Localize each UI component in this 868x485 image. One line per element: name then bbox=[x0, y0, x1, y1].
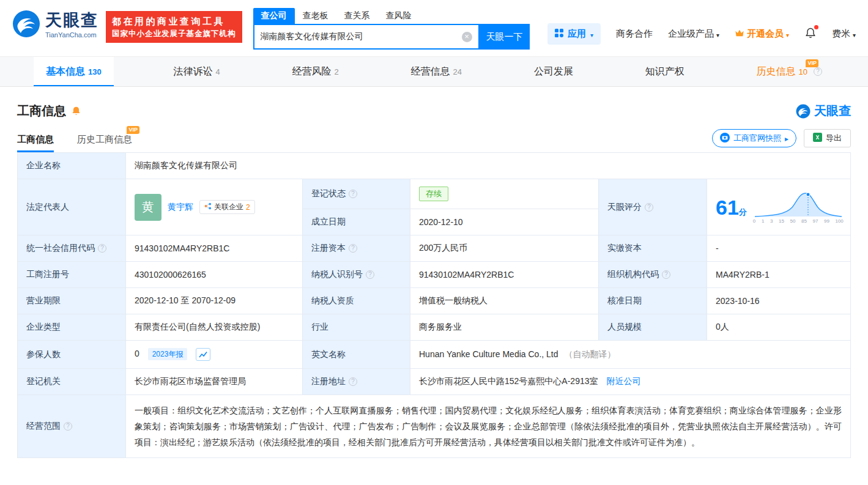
brand-name: 天眼查 bbox=[45, 12, 98, 30]
field-label: 英文名称 bbox=[303, 341, 410, 369]
business-info-table: 企业名称 湖南颜客文化传媒有限公司 法定代表人 黄 黄宇辉 bbox=[17, 152, 851, 458]
notification-dot bbox=[814, 25, 818, 29]
subtab-history-business-info[interactable]: VIP 历史工商信息 bbox=[77, 134, 132, 152]
search-tab-risk[interactable]: 查风险 bbox=[378, 8, 420, 24]
search-input[interactable] bbox=[261, 32, 462, 42]
field-label: 工商注册号 bbox=[18, 262, 126, 288]
search-tab-company[interactable]: 查公司 bbox=[253, 8, 295, 24]
field-value: 61分 0131550859799100 bbox=[707, 179, 851, 235]
section-title: 工商信息 bbox=[17, 103, 66, 119]
apps-grid-icon bbox=[555, 29, 563, 39]
field-label: 天眼评分 bbox=[599, 179, 707, 235]
help-icon[interactable] bbox=[645, 203, 653, 212]
field-value: 91430102MA4RY2RB1C bbox=[126, 235, 303, 262]
monitor-bell-icon[interactable] bbox=[71, 106, 81, 116]
help-icon[interactable] bbox=[349, 244, 357, 253]
promo-banner[interactable]: 都在用的商业查询工具 国家中小企业发展子基金旗下机构 bbox=[106, 11, 242, 43]
field-value: 200万人民币 bbox=[410, 235, 599, 262]
field-label: 企业名称 bbox=[18, 153, 126, 179]
tab-history-info[interactable]: VIP 历史信息 10 bbox=[744, 57, 834, 86]
row-business-scope: 经营范围 一般项目：组织文化艺术交流活动；文艺创作；个人互联网直播服务；销售代理… bbox=[18, 395, 851, 458]
help-icon[interactable] bbox=[64, 422, 72, 431]
field-label: 企业类型 bbox=[18, 314, 126, 341]
help-icon[interactable] bbox=[349, 377, 357, 386]
apps-label: 应用 bbox=[568, 28, 586, 40]
field-label: 核准日期 bbox=[599, 288, 707, 314]
legal-rep-link[interactable]: 黄宇辉 bbox=[168, 202, 193, 213]
related-network-icon bbox=[204, 202, 212, 212]
nearby-companies-link[interactable]: 附近公司 bbox=[606, 376, 640, 386]
help-icon[interactable] bbox=[98, 244, 106, 253]
tab-company-development[interactable]: 公司发展 bbox=[522, 57, 585, 86]
score-distribution-chart: 0131550859799100 bbox=[753, 191, 844, 224]
tab-basic-info[interactable]: 基本信息 130 bbox=[34, 57, 114, 86]
arrow-right-icon bbox=[785, 134, 788, 143]
search-box bbox=[253, 24, 480, 50]
snapshot-camera-icon bbox=[720, 133, 730, 144]
official-snapshot-button[interactable]: 工商官网快照 bbox=[712, 129, 796, 147]
row-credit-code: 统一社会信用代码 91430102MA4RY2RB1C 注册资本 200万人民币… bbox=[18, 235, 851, 262]
main-content: 工商信息 天眼查 工商信息 VIP 历史工商信息 工商官网快照 bbox=[0, 103, 868, 458]
help-icon[interactable] bbox=[662, 270, 670, 279]
promo-line2: 国家中小企业发展子基金旗下机构 bbox=[112, 28, 236, 39]
field-value: 91430102MA4RY2RB1C bbox=[410, 262, 599, 288]
field-value: 长沙市雨花区市场监督管理局 bbox=[126, 369, 303, 395]
tianyancha-logo[interactable]: 天眼查 TianYanCha.com bbox=[12, 10, 98, 40]
auto-translate-note: （自动翻译） bbox=[564, 349, 615, 359]
tab-operation-risk[interactable]: 经营风险 2 bbox=[280, 57, 351, 86]
user-menu[interactable]: 费米 bbox=[832, 28, 856, 40]
subtab-business-info[interactable]: 工商信息 bbox=[17, 134, 54, 152]
menu-open-vip[interactable]: 开通会员 bbox=[735, 28, 789, 40]
field-label: 营业期限 bbox=[18, 288, 126, 314]
field-label: 组织机构代码 bbox=[599, 262, 707, 288]
vip-badge: VIP bbox=[127, 126, 139, 134]
search-tabs: 查公司 查老板 查关系 查风险 bbox=[253, 7, 530, 24]
excel-icon bbox=[813, 133, 822, 144]
field-value: 商务服务业 bbox=[410, 314, 599, 341]
tab-legal-proceedings[interactable]: 法律诉讼 4 bbox=[161, 57, 232, 86]
promo-line1: 都在用的商业查询工具 bbox=[112, 15, 236, 28]
tianyan-score: 61分 0131550859799100 bbox=[716, 191, 842, 224]
field-value: 0 2023年报 bbox=[126, 341, 303, 369]
field-value: 2020-12-10 bbox=[410, 209, 599, 235]
menu-enterprise-products[interactable]: 企业级产品 bbox=[668, 28, 719, 40]
field-value: 2020-12-10 至 2070-12-09 bbox=[126, 288, 303, 314]
search-tab-relation[interactable]: 查关系 bbox=[336, 8, 378, 24]
search-tab-boss[interactable]: 查老板 bbox=[295, 8, 336, 24]
row-reg-authority: 登记机关 长沙市雨花区市场监督管理局 注册地址 长沙市雨花区人民中路152号嘉熙… bbox=[18, 369, 851, 395]
related-companies-badge[interactable]: 关联企业 2 bbox=[199, 200, 255, 214]
row-business-term: 营业期限 2020-12-10 至 2070-12-09 纳税人资质 增值税一般… bbox=[18, 288, 851, 314]
tab-operation-info[interactable]: 经营信息 24 bbox=[399, 57, 474, 86]
help-icon[interactable] bbox=[349, 190, 357, 198]
help-icon[interactable] bbox=[814, 67, 822, 76]
field-value: 黄 黄宇辉 关联企业 2 bbox=[126, 179, 303, 235]
search-area: 查公司 查老板 查关系 查风险 天眼一下 bbox=[253, 7, 530, 50]
field-value: 湖南颜客文化传媒有限公司 bbox=[126, 153, 851, 179]
field-value: 存续 bbox=[410, 179, 599, 209]
username: 费米 bbox=[832, 28, 850, 40]
field-label: 行业 bbox=[303, 314, 410, 341]
menu-business-cooperation[interactable]: 商务合作 bbox=[616, 28, 653, 40]
field-label: 参保人数 bbox=[18, 341, 126, 369]
row-reg-number: 工商注册号 430102000626165 纳税人识别号 91430102MA4… bbox=[18, 262, 851, 288]
business-scope-text: 一般项目：组织文化艺术交流活动；文艺创作；个人互联网直播服务；销售代理；国内贸易… bbox=[135, 402, 842, 450]
search-button[interactable]: 天眼一下 bbox=[480, 24, 530, 50]
chevron-down-icon bbox=[786, 29, 789, 39]
field-label: 统一社会信用代码 bbox=[18, 235, 126, 262]
trend-chart-icon[interactable] bbox=[196, 348, 210, 361]
field-value: MA4RY2RB-1 bbox=[707, 262, 851, 288]
help-icon[interactable] bbox=[366, 270, 374, 279]
tianyancha-watermark-logo: 天眼查 bbox=[796, 103, 851, 119]
field-value: 430102000626165 bbox=[126, 262, 303, 288]
vip-badge: VIP bbox=[806, 59, 818, 67]
annual-report-badge[interactable]: 2023年报 bbox=[148, 348, 188, 360]
export-button[interactable]: 导出 bbox=[804, 129, 851, 147]
row-company-type: 企业类型 有限责任公司(自然人投资或控股) 行业 商务服务业 人员规模 0人 bbox=[18, 314, 851, 341]
company-section-tabs: 基本信息 130 法律诉讼 4 经营风险 2 经营信息 24 公司发展 知识产权… bbox=[0, 56, 868, 87]
tab-intellectual-property[interactable]: 知识产权 bbox=[633, 57, 697, 86]
chevron-down-icon bbox=[716, 29, 719, 39]
legal-rep-avatar[interactable]: 黄 bbox=[135, 194, 161, 221]
apps-menu[interactable]: 应用 bbox=[547, 23, 601, 45]
notifications-bell[interactable] bbox=[804, 27, 817, 41]
clear-search-icon[interactable] bbox=[462, 32, 472, 42]
